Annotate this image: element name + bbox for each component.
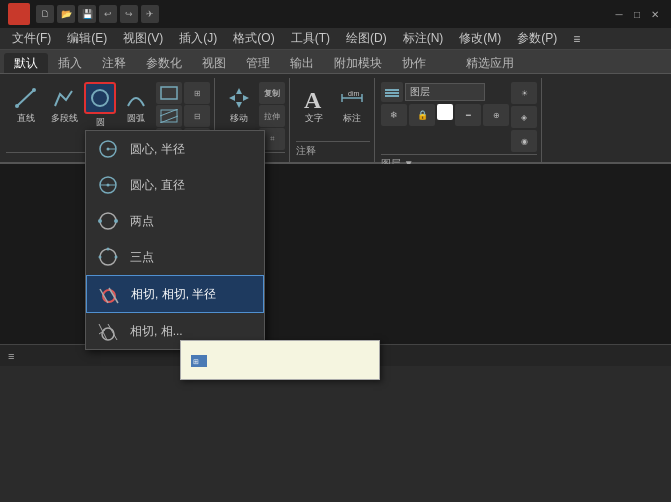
tab-default[interactable]: 默认 (4, 53, 48, 73)
tab-manage[interactable]: 管理 (236, 53, 280, 73)
layer-controls: 图层 ❄ 🔒 ━ ⊕ (381, 82, 509, 126)
move-button[interactable]: 移动 (221, 82, 257, 126)
layer-props-button[interactable] (381, 82, 403, 102)
new-icon[interactable]: 🗋 (36, 5, 54, 23)
svg-text:A: A (304, 87, 322, 112)
layer-color-button[interactable] (437, 104, 453, 120)
tab-output[interactable]: 输出 (280, 53, 324, 73)
copy-button[interactable]: 复制 (259, 82, 285, 104)
hatch-button[interactable] (156, 105, 182, 127)
circle-two-point-icon (96, 209, 120, 233)
svg-point-28 (98, 219, 102, 223)
annotate-group-label: 注释 (296, 141, 370, 160)
line-button[interactable]: 直线 (8, 82, 44, 126)
text-button[interactable]: A 文字 (296, 82, 332, 126)
layer-isolate-button[interactable]: ◈ (511, 106, 537, 128)
tab-featured[interactable]: 精选应用 (456, 53, 524, 73)
circle-button[interactable] (84, 82, 116, 114)
polyline-button[interactable]: 多段线 (46, 82, 82, 126)
circle-ttr-icon (97, 282, 121, 306)
tooltip-popup: ⊞ (180, 340, 380, 380)
tab-insert[interactable]: 插入 (48, 53, 92, 73)
layer-side-tools: ☀ ◈ ◉ (511, 82, 537, 152)
menu-tools[interactable]: 工具(T) (283, 28, 338, 49)
menu-more[interactable]: ≡ (565, 28, 588, 49)
menu-insert[interactable]: 插入(J) (171, 28, 225, 49)
svg-point-30 (100, 249, 116, 265)
close-button[interactable]: ✕ (647, 6, 663, 22)
menu-file[interactable]: 文件(F) (4, 28, 59, 49)
circle-center-radius-icon (96, 137, 120, 161)
circle-tttan-icon (96, 319, 120, 343)
circle-menu-center-diameter[interactable]: 圆心, 直径 (86, 167, 264, 203)
redo-icon[interactable]: ↪ (120, 5, 138, 23)
tooltip-cmd-icon: ⊞ (191, 355, 207, 367)
move-btn2[interactable]: ⊞ (184, 82, 210, 104)
layer-linetype-button[interactable]: ━ (455, 104, 481, 126)
circle-menu-three-point[interactable]: 三点 (86, 239, 264, 275)
svg-point-29 (114, 219, 118, 223)
circle-menu-center-radius[interactable]: 圆心, 半径 (86, 131, 264, 167)
layer-lock-button[interactable]: 🔒 (409, 104, 435, 126)
layer-off-button[interactable]: ◉ (511, 130, 537, 152)
tab-addons[interactable]: 附加模块 (324, 53, 392, 73)
menu-dimension[interactable]: 标注(N) (395, 28, 452, 49)
svg-rect-19 (385, 92, 399, 94)
menu-view[interactable]: 视图(V) (115, 28, 171, 49)
menu-bar: 文件(F) 编辑(E) 视图(V) 插入(J) 格式(O) 工具(T) 绘图(D… (0, 28, 671, 50)
undo-icon[interactable]: ↩ (99, 5, 117, 23)
annotate-tools: A 文字 dim 标注 (296, 80, 370, 141)
line-icon (12, 84, 40, 112)
circle-center-diameter-label: 圆心, 直径 (130, 177, 185, 194)
menu-edit[interactable]: 编辑(E) (59, 28, 115, 49)
open-icon[interactable]: 📂 (57, 5, 75, 23)
tab-collaborate[interactable]: 协作 (392, 53, 436, 73)
minimize-button[interactable]: ─ (611, 6, 627, 22)
save-icon[interactable]: 💾 (78, 5, 96, 23)
dimension-icon: dim (338, 84, 366, 112)
layer-selector[interactable]: 图层 (405, 83, 485, 101)
arc-button[interactable]: 圆弧 (118, 82, 154, 126)
svg-marker-9 (236, 88, 242, 94)
tab-annotate[interactable]: 注释 (92, 53, 136, 73)
tab-parametric[interactable]: 参数化 (136, 53, 192, 73)
maximize-button[interactable]: □ (629, 6, 645, 22)
menu-format[interactable]: 格式(O) (225, 28, 282, 49)
menu-modify[interactable]: 修改(M) (451, 28, 509, 49)
circle-menu-ttr[interactable]: 相切, 相切, 半径 (86, 275, 264, 313)
svg-line-0 (17, 90, 34, 106)
stretch-button[interactable]: 拉伸 (259, 105, 285, 127)
layer-freeze-button[interactable]: ❄ (381, 104, 407, 126)
window-controls: ─ □ ✕ (611, 6, 663, 22)
rect-button[interactable] (156, 82, 182, 104)
menu-draw[interactable]: 绘图(D) (338, 28, 395, 49)
circle-label: 圆 (96, 116, 105, 129)
svg-text:dim: dim (348, 90, 359, 97)
tab-view[interactable]: 视图 (192, 53, 236, 73)
mirror-btn2[interactable]: ⊟ (184, 105, 210, 127)
text-icon: A (300, 84, 328, 112)
layer-tools: 图层 ❄ 🔒 ━ ⊕ ☀ ◈ ◉ (381, 80, 537, 154)
circle-dropdown-menu: 圆心, 半径 圆心, 直径 两点 (85, 130, 265, 350)
app-title (172, 8, 605, 20)
circle-menu-two-point[interactable]: 两点 (86, 203, 264, 239)
svg-rect-20 (385, 95, 399, 97)
move-label: 移动 (230, 114, 248, 124)
move-icon (225, 84, 253, 112)
dimension-button[interactable]: dim 标注 (334, 82, 370, 126)
svg-marker-11 (229, 95, 235, 101)
svg-marker-10 (236, 102, 242, 108)
app-logo[interactable] (8, 3, 30, 25)
arc-label: 圆弧 (127, 114, 145, 124)
layer-extra-button[interactable]: ⊕ (483, 104, 509, 126)
svg-point-3 (92, 90, 108, 106)
title-bar: 🗋 📂 💾 ↩ ↪ ✈ ─ □ ✕ (0, 0, 671, 28)
status-start: ≡ (8, 350, 14, 362)
share-icon[interactable]: ✈ (141, 5, 159, 23)
line-label: 直线 (17, 114, 35, 124)
layer-match-button[interactable]: ☀ (511, 82, 537, 104)
tab-express-tools[interactable] (436, 53, 456, 73)
svg-point-27 (100, 213, 116, 229)
polyline-icon (50, 84, 78, 112)
menu-params[interactable]: 参数(P) (509, 28, 565, 49)
